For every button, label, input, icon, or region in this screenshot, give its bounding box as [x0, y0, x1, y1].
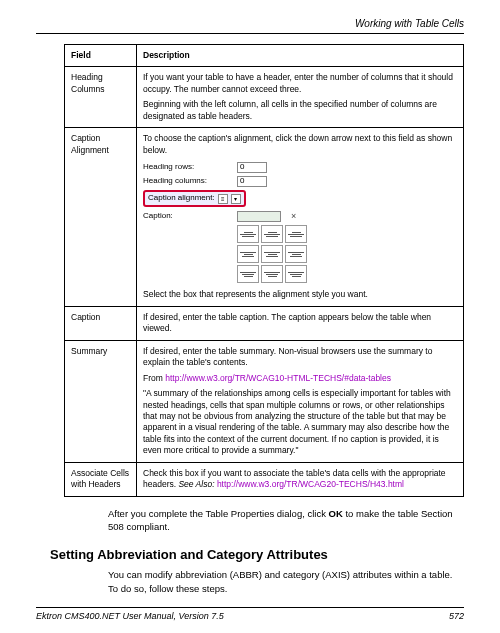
ok-bold: OK: [329, 508, 343, 519]
align-option: [261, 225, 283, 243]
mini-heading-cols-input: 0: [237, 176, 267, 187]
desc-cell: Check this box if you want to associate …: [137, 462, 464, 496]
field-cell: Caption: [65, 306, 137, 340]
header-rule: [36, 33, 464, 34]
col-field-header: Field: [65, 45, 137, 67]
close-icon: ×: [291, 210, 296, 222]
table-row: Summary If desired, enter the table summ…: [65, 340, 464, 462]
align-option: [237, 225, 259, 243]
desc-cell: If desired, enter the table summary. Non…: [137, 340, 464, 462]
desc-text: If desired, enter the table summary. Non…: [143, 346, 457, 369]
alignment-mini-screenshot: Heading rows: 0 Heading columns: 0 Capti…: [143, 162, 457, 283]
table-row: Caption Alignment To choose the caption'…: [65, 128, 464, 306]
desc-cell: If you want your table to have a header,…: [137, 67, 464, 128]
mini-heading-cols-label: Heading columns:: [143, 176, 233, 187]
align-option: [261, 245, 283, 263]
section-heading: Setting Abbreviation and Category Attrib…: [50, 547, 464, 562]
align-option: [285, 245, 307, 263]
from-label: From: [143, 373, 165, 383]
align-option: [285, 265, 307, 283]
desc-cell: If desired, enter the table caption. The…: [137, 306, 464, 340]
page-footer: Ektron CMS400.NET User Manual, Version 7…: [36, 607, 464, 621]
mini-heading-rows-input: 0: [237, 162, 267, 173]
page-header: Working with Table Cells: [36, 18, 464, 29]
text: After you complete the Table Properties …: [108, 508, 329, 519]
desc-text: Beginning with the left column, all cell…: [143, 99, 457, 122]
see-also-label: See Also:: [178, 479, 216, 489]
field-cell: Associate Cells with Headers: [65, 462, 137, 496]
field-cell: Heading Columns: [65, 67, 137, 128]
table-row: Caption If desired, enter the table capt…: [65, 306, 464, 340]
footer-rule: [36, 607, 464, 608]
mini-caption-label: Caption:: [143, 211, 233, 222]
properties-table: Field Description Heading Columns If you…: [64, 44, 464, 497]
field-cell: Caption Alignment: [65, 128, 137, 306]
col-desc-header: Description: [137, 45, 464, 67]
chevron-down-icon: ▾: [231, 194, 241, 204]
associate-link[interactable]: http://www.w3.org/TR/WCAG20-TECHS/H43.ht…: [217, 479, 404, 489]
desc-text: If you want your table to have a header,…: [143, 72, 457, 95]
after-table-paragraph: After you complete the Table Properties …: [108, 507, 464, 534]
desc-cell: To choose the caption's alignment, click…: [137, 128, 464, 306]
field-cell: Summary: [65, 340, 137, 462]
page-number: 572: [449, 611, 464, 621]
desc-text: To choose the caption's alignment, click…: [143, 133, 457, 156]
mini-align-icon: ≡: [218, 194, 228, 204]
mini-caption-alignment-label: Caption alignment:: [148, 193, 215, 204]
desc-text: Select the box that represents the align…: [143, 289, 457, 300]
desc-text: From http://www.w3.org/TR/WCAG10-HTML-TE…: [143, 373, 457, 384]
align-option: [285, 225, 307, 243]
desc-quote: "A summary of the relationships among ce…: [143, 388, 457, 457]
align-option: [237, 245, 259, 263]
table-row: Associate Cells with Headers Check this …: [65, 462, 464, 496]
mini-caption-alignment-highlight: Caption alignment: ≡ ▾: [143, 190, 246, 207]
table-row: Heading Columns If you want your table t…: [65, 67, 464, 128]
alignment-grid: [237, 225, 457, 283]
summary-link[interactable]: http://www.w3.org/TR/WCAG10-HTML-TECHS/#…: [165, 373, 391, 383]
mini-caption-input: [237, 211, 281, 222]
footer-left: Ektron CMS400.NET User Manual, Version 7…: [36, 611, 224, 621]
align-option: [261, 265, 283, 283]
body-paragraph: You can modify abbreviation (ABBR) and c…: [108, 568, 464, 595]
mini-heading-rows-label: Heading rows:: [143, 162, 233, 173]
align-option: [237, 265, 259, 283]
